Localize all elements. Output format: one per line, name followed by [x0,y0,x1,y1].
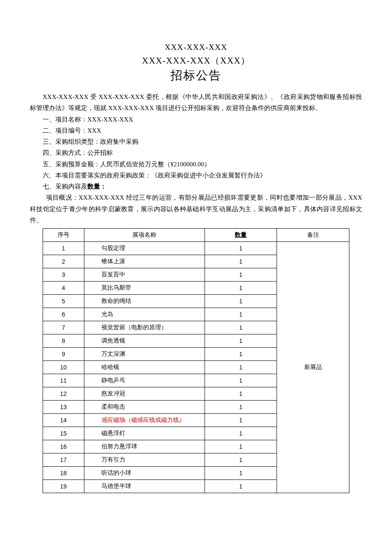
cell-name: 救命的绳结 [84,295,205,308]
cell-seq: 6 [43,308,84,321]
page-title: 招标公告 [30,67,362,84]
cell-seq: 14 [43,414,84,427]
cell-qty: 1 [205,467,277,480]
cell-name: 怒发冲冠 [84,387,205,401]
cell-seq: 9 [43,348,84,361]
document-page: XXX-XXX-XXX XXX-XXX-XXX（XXX） 招标公告 XXX-XX… [0,0,392,519]
cell-note: 新展品 [277,242,349,493]
table-header-row: 序号 展项名称 数量 备注 [43,229,349,242]
items-table: 序号 展项名称 数量 备注 1勾股定理1新展品2锥体上滚13百发百中14莫比乌斯… [43,228,349,493]
intro-paragraph: XXX-XXX-XXX 受 XXX-XXX-XXX 委托，根据《中华人民共和国政… [30,91,362,114]
th-note: 备注 [277,229,349,242]
table-row: 1勾股定理1新展品 [43,242,349,255]
cell-qty: 1 [205,453,277,467]
cell-seq: 15 [43,427,84,440]
cell-name: 莫比乌斯带 [84,282,205,295]
item-project-number: 二、项目编号：XXX [30,125,362,136]
project-overview: 项目概况：XXX-XXX-XXX 经过三年的运营，有部分展品已经损坏需要更新，同… [30,192,362,226]
cell-qty: 1 [205,295,277,308]
cell-qty: 1 [205,308,277,321]
cell-qty: 1 [205,255,277,268]
item-content-label: 七、采购内容及数量： [30,181,362,192]
item-seven-bold: 数量： [87,183,107,190]
cell-qty: 1 [205,321,277,334]
cell-seq: 13 [43,401,84,414]
cell-seq: 2 [43,255,84,268]
cell-qty: 1 [205,374,277,387]
cell-name: 光岛 [84,308,205,321]
cell-qty: 1 [205,427,277,440]
cell-seq: 4 [43,282,84,295]
item-method: 四、采购方式：公开招标 [30,147,362,158]
cell-name: 感应磁场（磁感应线或磁力线） [84,414,205,427]
cell-seq: 17 [43,453,84,467]
cell-name: 伯努力悬浮球 [84,440,205,453]
item-org-type: 三、采购组织类型：政府集中采购 [30,136,362,147]
cell-qty: 1 [205,401,277,414]
cell-seq: 18 [43,467,84,480]
cell-qty: 1 [205,361,277,374]
cell-name: 勾股定理 [84,242,205,255]
th-name: 展项名称 [84,229,205,242]
cell-seq: 5 [43,295,84,308]
header-code: XXX-XXX-XXX [30,43,362,52]
header-subcode: XXX-XXX-XXX（XXX） [30,55,362,67]
cell-seq: 10 [43,361,84,374]
cell-qty: 1 [205,480,277,493]
cell-name: 哈哈镜 [84,361,205,374]
cell-seq: 7 [43,321,84,334]
item-budget: 五、采购预算金额：人民币贰佰壹拾万元整（¥2100000.00） [30,159,362,170]
cell-qty: 1 [205,348,277,361]
cell-name: 百发百中 [84,268,205,282]
cell-qty: 1 [205,334,277,348]
cell-seq: 11 [43,374,84,387]
cell-name: 调焦透镜 [84,334,205,348]
cell-qty: 1 [205,242,277,255]
item-project-name: 一、项目名称：XXX-XXX-XXX [30,114,362,125]
cell-name: 柔和电击 [84,401,205,414]
cell-seq: 1 [43,242,84,255]
item-policy: 六、本项目需要落实的政府采购政策：《政府采购促进中小企业发展暂行办法》 [30,170,362,181]
th-qty: 数量 [205,229,277,242]
cell-name: 锥体上滚 [84,255,205,268]
cell-name: 马德堡半球 [84,480,205,493]
cell-qty: 1 [205,387,277,401]
cell-qty: 1 [205,268,277,282]
cell-name: 万丈深渊 [84,348,205,361]
cell-name: 静电乒乓 [84,374,205,387]
cell-seq: 3 [43,268,84,282]
cell-name: 听话的小球 [84,467,205,480]
cell-seq: 19 [43,480,84,493]
cell-name: 视觉暂留（电影的原理） [84,321,205,334]
item-seven-text: 七、采购内容及 [43,183,87,190]
cell-seq: 8 [43,334,84,348]
cell-qty: 1 [205,414,277,427]
cell-qty: 1 [205,282,277,295]
th-seq: 序号 [43,229,84,242]
cell-seq: 12 [43,387,84,401]
cell-name: 磁悬浮灯 [84,427,205,440]
cell-seq: 16 [43,440,84,453]
cell-name: 万有引力 [84,453,205,467]
cell-qty: 1 [205,440,277,453]
